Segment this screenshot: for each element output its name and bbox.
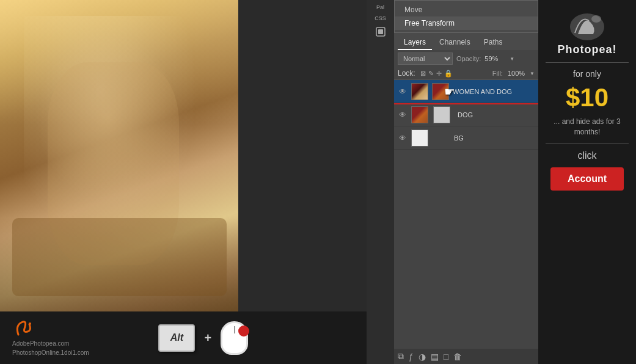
- lock-icon-check[interactable]: ⊠: [420, 70, 426, 78]
- context-menu: Move Free Transform: [394, 0, 538, 33]
- photopea-logo: Photopea!: [558, 10, 617, 56]
- layer-item-women-and-dog[interactable]: 👁 WOMEN AND DOG ☛: [394, 80, 538, 103]
- site-label-2: PhotoshopOnline.1doi1.com: [12, 349, 89, 356]
- opacity-value: 59%: [484, 55, 506, 62]
- mouse-icon: [221, 321, 248, 355]
- photopea-logo-icon: [566, 10, 609, 43]
- tabs-row: Layers Channels Paths: [394, 33, 538, 50]
- tab-channels[interactable]: Channels: [433, 35, 477, 50]
- blend-mode-row: Normal Multiply Screen Opacity: 59% ▼: [394, 50, 538, 67]
- svg-point-0: [29, 322, 31, 325]
- eye-icon-2[interactable]: 👁: [398, 133, 408, 143]
- canvas-area: AdobePhotopea.com PhotoshopOnline.1doi1.…: [0, 0, 367, 364]
- canvas-bottom-bar: AdobePhotopea.com PhotoshopOnline.1doi1.…: [0, 311, 367, 364]
- layers-mask-icon[interactable]: ◑: [419, 352, 426, 362]
- bottom-center: Alt +: [158, 321, 248, 355]
- layers-panel: Layers Channels Paths Normal Multiply Sc…: [394, 33, 538, 364]
- ad-description: ... and hide ads for 3 months!: [546, 117, 629, 137]
- layer-mask-thumb-1: [433, 106, 450, 123]
- middle-panel: Pal CSS: [367, 0, 394, 364]
- le-sinh-logo: [12, 319, 43, 338]
- lock-icon-move[interactable]: ✛: [436, 70, 442, 78]
- layers-folder-icon[interactable]: ▤: [431, 352, 439, 362]
- lock-label: Lock:: [398, 69, 415, 78]
- layers-list: 👁 WOMEN AND DOG ☛ 👁 DOG 👁: [394, 80, 538, 349]
- layer-name-2: BG: [454, 134, 535, 142]
- cursor-hand-icon: ☛: [444, 84, 455, 99]
- layer-name-0: WOMEN AND DOG: [453, 88, 535, 95]
- layer-thumb-1: [411, 106, 428, 123]
- right-panel: Move Free Transform Layers Channels Path…: [394, 0, 538, 364]
- plus-sign: +: [204, 331, 211, 345]
- blend-mode-select[interactable]: Normal Multiply Screen: [398, 53, 453, 65]
- bottom-logos: AdobePhotopea.com PhotoshopOnline.1doi1.…: [12, 319, 89, 356]
- tab-paths[interactable]: Paths: [478, 35, 509, 50]
- ad-separator-2: [546, 144, 629, 144]
- opacity-label: Opacity:: [456, 55, 481, 62]
- layers-bottom-bar: ⧉ ƒ ◑ ▤ □ 🗑: [394, 349, 538, 364]
- eye-icon-0[interactable]: 👁: [398, 87, 408, 96]
- site-label-1: AdobePhotopea.com: [12, 340, 69, 347]
- fill-label: Fill:: [492, 70, 503, 77]
- ad-click-label: click: [577, 150, 596, 161]
- ad-separator-1: [546, 62, 629, 63]
- svg-rect-2: [378, 29, 383, 34]
- panel-btn-pal[interactable]: Pal: [367, 2, 394, 12]
- ad-account-button[interactable]: Account: [550, 167, 624, 191]
- ad-for-only: for only: [573, 69, 601, 79]
- layer-thumb-2: [411, 129, 428, 147]
- tab-layers[interactable]: Layers: [398, 35, 432, 50]
- lock-icon-pen[interactable]: ✎: [428, 70, 434, 78]
- layers-new-icon[interactable]: □: [444, 352, 448, 362]
- layers-fx-icon[interactable]: ƒ: [409, 352, 414, 362]
- layers-delete-icon[interactable]: 🗑: [453, 352, 462, 362]
- fill-value: 100%: [508, 70, 525, 77]
- photopea-logo-text: Photopea!: [558, 43, 617, 56]
- lock-icons: ⊠ ✎ ✛ 🔒: [420, 70, 453, 78]
- lock-row: Lock: ⊠ ✎ ✛ 🔒 Fill: 100% ▼: [394, 67, 538, 80]
- eye-icon-1[interactable]: 👁: [398, 110, 408, 120]
- svg-point-4: [591, 15, 601, 23]
- lock-icon-lock[interactable]: 🔒: [444, 70, 453, 78]
- layer-name-1: DOG: [458, 111, 535, 118]
- ad-price: $10: [566, 85, 609, 111]
- panel-btn-icon[interactable]: [367, 24, 394, 40]
- fill-arrow[interactable]: ▼: [530, 71, 535, 76]
- layers-link-icon[interactable]: ⧉: [398, 351, 404, 362]
- panel-btn-css[interactable]: CSS: [367, 13, 394, 23]
- context-menu-move[interactable]: Move: [395, 3, 538, 16]
- ad-panel: Photopea! for only $10 ... and hide ads …: [538, 0, 636, 364]
- canvas-image: [0, 0, 238, 311]
- opacity-arrow[interactable]: ▼: [510, 56, 514, 62]
- layer-thumb-0: [411, 83, 428, 100]
- mouse-red-dot: [238, 326, 249, 337]
- layer-item-dog[interactable]: 👁 DOG: [394, 103, 538, 126]
- alt-key: Alt: [158, 324, 195, 352]
- context-menu-free-transform[interactable]: Free Transform: [395, 16, 538, 30]
- layer-item-bg[interactable]: 👁 BG: [394, 126, 538, 150]
